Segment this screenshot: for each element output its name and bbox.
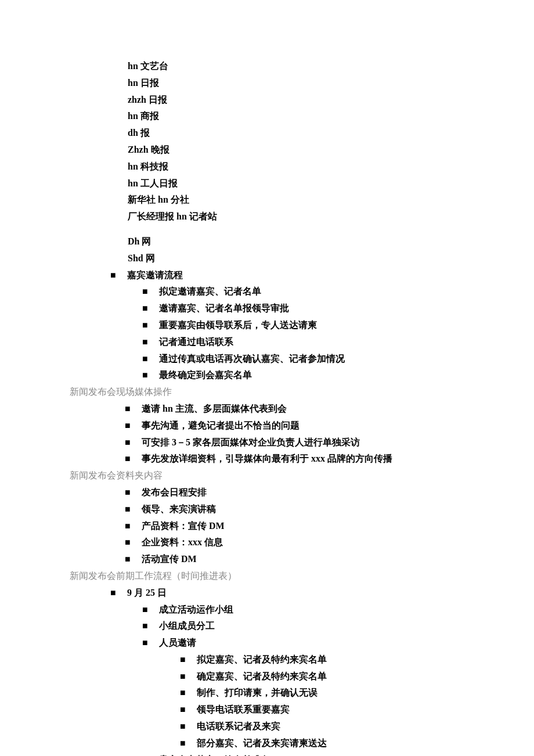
pre-work-item: ■ 贵宾台卡落实（按名单准备） <box>70 752 464 756</box>
invite-flow-title: 嘉宾邀请流程 <box>127 270 183 280</box>
invite-flow-item: ■ 通过传真或电话再次确认嘉宾、记者参加情况 <box>70 351 464 368</box>
media-item: hn 商报 <box>70 108 464 125</box>
invite-flow-title-row: ■ 嘉宾邀请流程 <box>70 267 464 284</box>
media-item: hn 文艺台 <box>70 58 464 75</box>
square-bullet-icon: ■ <box>125 451 139 467</box>
folder-content-text: 发布会日程安排 <box>142 487 207 497</box>
square-bullet-icon: ■ <box>110 585 125 602</box>
square-bullet-icon: ■ <box>142 300 157 317</box>
square-bullet-icon: ■ <box>125 401 139 417</box>
pre-work-subitem: ■ 确定嘉宾、记者及特约来宾名单 <box>70 668 464 685</box>
pre-work-item: ■ 人员邀请 <box>70 635 464 651</box>
pre-work-subtext: 确定嘉宾、记者及特约来宾名单 <box>197 671 327 681</box>
pre-work-item: ■ 小组成员分工 <box>70 618 464 635</box>
pre-work-text: 小组成员分工 <box>159 621 215 631</box>
pre-work-subitem: ■ 领导电话联系重要嘉宾 <box>70 701 464 718</box>
invite-flow-item: ■ 重要嘉宾由领导联系后，专人送达请柬 <box>70 317 464 334</box>
scene-operation-item: ■ 事先沟通，避免记者提出不恰当的问题 <box>70 417 464 434</box>
square-bullet-icon: ■ <box>142 752 157 756</box>
scene-operation-item: ■ 事先发放详细资料，引导媒体向最有利于 xxx 品牌的方向传播 <box>70 451 464 467</box>
folder-content-item: ■ 企业资料：xxx 信息 <box>70 534 464 551</box>
media-item: dh 报 <box>70 125 464 142</box>
folder-content-item: ■ 产品资料：宣传 DM <box>70 518 464 535</box>
pre-work-subitem: ■ 电话联系记者及来宾 <box>70 718 464 735</box>
square-bullet-icon: ■ <box>180 651 194 668</box>
square-bullet-icon: ■ <box>125 434 139 451</box>
pre-work-text: 人员邀请 <box>159 638 196 647</box>
invite-flow-text: 最终确定到会嘉宾名单 <box>159 370 252 380</box>
scene-operation-text: 事先沟通，避免记者提出不恰当的问题 <box>142 420 300 430</box>
pre-work-subtext: 部分嘉宾、记者及来宾请柬送达 <box>197 738 327 748</box>
folder-content-text: 领导、来宾演讲稿 <box>142 504 216 514</box>
invite-flow-item: ■ 拟定邀请嘉宾、记者名单 <box>70 283 464 300</box>
media-item: zhzh 日报 <box>70 92 464 109</box>
pre-work-subitem: ■ 拟定嘉宾、记者及特约来宾名单 <box>70 651 464 668</box>
media-item: hn 日报 <box>70 75 464 92</box>
square-bullet-icon: ■ <box>125 518 139 535</box>
media-item: 新华社 hn 分社 <box>70 192 464 208</box>
square-bullet-icon: ■ <box>180 701 194 718</box>
folder-content-item: ■ 活动宣传 DM <box>70 551 464 568</box>
pre-work-subitem: ■ 制作、打印请柬，并确认无误 <box>70 685 464 701</box>
pre-work-date-row: ■ 9 月 25 日 <box>70 585 464 602</box>
square-bullet-icon: ■ <box>142 602 157 618</box>
pre-work-heading: 新闻发布会前期工作流程（时间推进表） <box>70 568 464 585</box>
scene-operation-text: 事先发放详细资料，引导媒体向最有利于 xxx 品牌的方向传播 <box>142 453 392 463</box>
folder-content-heading: 新闻发布会资料夹内容 <box>70 467 464 484</box>
folder-content-text: 活动宣传 DM <box>142 554 197 564</box>
folder-content-item: ■ 发布会日程安排 <box>70 484 464 501</box>
square-bullet-icon: ■ <box>125 534 139 551</box>
invite-flow-item: ■ 最终确定到会嘉宾名单 <box>70 367 464 384</box>
square-bullet-icon: ■ <box>180 685 194 701</box>
pre-work-date: 9 月 25 日 <box>127 588 167 597</box>
square-bullet-icon: ■ <box>180 668 194 685</box>
square-bullet-icon: ■ <box>142 334 157 351</box>
web-item: Dh 网 <box>70 233 464 250</box>
square-bullet-icon: ■ <box>110 267 125 284</box>
square-bullet-icon: ■ <box>125 484 139 501</box>
invite-flow-text: 通过传真或电话再次确认嘉宾、记者参加情况 <box>159 354 345 363</box>
folder-content-text: 企业资料：xxx 信息 <box>142 537 223 547</box>
invite-flow-text: 重要嘉宾由领导联系后，专人送达请柬 <box>159 320 317 330</box>
pre-work-subtext: 领导电话联系重要嘉宾 <box>197 704 290 714</box>
scene-operation-item: ■ 邀请 hn 主流、多层面媒体代表到会 <box>70 401 464 417</box>
invite-flow-item: ■ 记者通过电话联系 <box>70 334 464 351</box>
invite-flow-text: 邀请嘉宾、记者名单报领导审批 <box>159 303 289 313</box>
pre-work-subitem: ■ 部分嘉宾、记者及来宾请柬送达 <box>70 735 464 752</box>
pre-work-subtext: 制作、打印请柬，并确认无误 <box>197 687 317 697</box>
folder-content-text: 产品资料：宣传 DM <box>142 521 225 531</box>
pre-work-subtext: 电话联系记者及来宾 <box>197 721 280 731</box>
square-bullet-icon: ■ <box>142 317 157 334</box>
invite-flow-text: 拟定邀请嘉宾、记者名单 <box>159 286 261 296</box>
scene-operation-text: 可安排 3－5 家各层面媒体对企业负责人进行单独采访 <box>142 437 360 447</box>
folder-content-item: ■ 领导、来宾演讲稿 <box>70 501 464 518</box>
scene-operation-heading: 新闻发布会现场媒体操作 <box>70 384 464 401</box>
media-item: hn 科技报 <box>70 159 464 175</box>
square-bullet-icon: ■ <box>125 501 139 518</box>
square-bullet-icon: ■ <box>125 417 139 434</box>
media-item: hn 工人日报 <box>70 175 464 192</box>
square-bullet-icon: ■ <box>180 718 194 735</box>
square-bullet-icon: ■ <box>142 635 157 651</box>
media-item: Zhzh 晚报 <box>70 142 464 159</box>
square-bullet-icon: ■ <box>180 735 194 752</box>
invite-flow-text: 记者通过电话联系 <box>159 337 233 347</box>
square-bullet-icon: ■ <box>142 283 157 300</box>
square-bullet-icon: ■ <box>125 551 139 568</box>
media-item: 厂长经理报 hn 记者站 <box>70 208 464 225</box>
scene-operation-item: ■ 可安排 3－5 家各层面媒体对企业负责人进行单独采访 <box>70 434 464 451</box>
pre-work-text: 成立活动运作小组 <box>159 604 233 614</box>
square-bullet-icon: ■ <box>142 618 157 635</box>
pre-work-item: ■ 成立活动运作小组 <box>70 602 464 618</box>
pre-work-subtext: 拟定嘉宾、记者及特约来宾名单 <box>197 654 327 664</box>
scene-operation-text: 邀请 hn 主流、多层面媒体代表到会 <box>142 404 287 413</box>
web-item: Shd 网 <box>70 250 464 267</box>
invite-flow-item: ■ 邀请嘉宾、记者名单报领导审批 <box>70 300 464 317</box>
square-bullet-icon: ■ <box>142 351 157 368</box>
square-bullet-icon: ■ <box>142 367 157 384</box>
